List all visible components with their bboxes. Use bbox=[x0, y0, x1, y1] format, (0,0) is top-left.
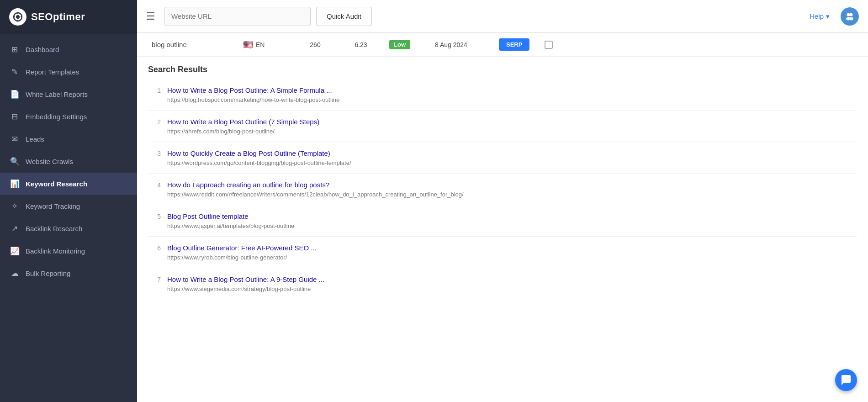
sidebar: SEOptimer ⊞ Dashboard ✎ Report Templates… bbox=[0, 0, 137, 402]
result-number: 2 bbox=[152, 118, 161, 126]
result-title-link[interactable]: How to Write a Blog Post Outline: A 9-St… bbox=[167, 275, 853, 283]
sidebar-item-website-crawls[interactable]: 🔍 Website Crawls bbox=[0, 150, 137, 173]
result-number: 4 bbox=[152, 181, 161, 189]
result-url: https://www.ryrob.com/blog-outline-gener… bbox=[167, 254, 287, 261]
svg-point-7 bbox=[850, 13, 853, 16]
cpc-cell: 6.23 bbox=[338, 41, 384, 48]
result-url: https://www.jasper.ai/templates/blog-pos… bbox=[167, 222, 294, 229]
sidebar-item-backlink-monitoring[interactable]: 📈 Backlink Monitoring bbox=[0, 240, 137, 262]
sidebar-logo[interactable]: SEOptimer bbox=[0, 0, 137, 34]
language-label: EN bbox=[256, 41, 265, 48]
sidebar-item-label: Report Templates bbox=[26, 68, 79, 76]
sidebar-item-label: Keyword Research bbox=[26, 180, 87, 188]
result-url: https://blog.hubspot.com/marketing/how-t… bbox=[167, 96, 339, 103]
result-number: 7 bbox=[152, 275, 161, 283]
search-results-title: Search Results bbox=[148, 65, 857, 74]
sidebar-item-label: Leads bbox=[26, 135, 44, 143]
search-result-item: 7 How to Write a Blog Post Outline: A 9-… bbox=[148, 268, 857, 299]
row-checkbox[interactable] bbox=[545, 41, 553, 49]
help-label: Help bbox=[810, 12, 824, 20]
sidebar-item-label: Keyword Tracking bbox=[26, 202, 80, 210]
quick-audit-button[interactable]: Quick Audit bbox=[316, 7, 372, 26]
serp-button-cell: SERP bbox=[493, 38, 539, 51]
embedding-icon: ⊟ bbox=[10, 112, 19, 122]
result-content: How to Write a Blog Post Outline: A Simp… bbox=[167, 86, 853, 104]
search-result-item: 3 How to Quickly Create a Blog Post Outl… bbox=[148, 142, 857, 174]
chat-bubble-button[interactable] bbox=[835, 369, 857, 391]
result-content: Blog Post Outline template https://www.j… bbox=[167, 212, 853, 230]
result-content: How to Quickly Create a Blog Post Outlin… bbox=[167, 149, 853, 167]
sidebar-item-backlink-research[interactable]: ↗ Backlink Research bbox=[0, 217, 137, 240]
sidebar-item-label: Dashboard bbox=[26, 46, 59, 53]
backlink-research-icon: ↗ bbox=[10, 224, 19, 233]
flag-icon: 🇺🇸 bbox=[243, 40, 253, 50]
svg-point-6 bbox=[847, 13, 850, 16]
keyword-cell: blog outline bbox=[146, 41, 238, 48]
report-templates-icon: ✎ bbox=[10, 67, 19, 77]
result-number: 3 bbox=[152, 149, 161, 157]
result-url: https://www.reddit.com/r/freelanceWriter… bbox=[167, 191, 464, 198]
search-result-item: 5 Blog Post Outline template https://www… bbox=[148, 205, 857, 237]
result-number: 5 bbox=[152, 212, 161, 220]
result-title-link[interactable]: How to Write a Blog Post Outline (7 Simp… bbox=[167, 118, 853, 126]
result-content: How do I approach creating an outline fo… bbox=[167, 181, 853, 198]
hamburger-menu[interactable]: ☰ bbox=[146, 11, 155, 22]
result-title-link[interactable]: Blog Post Outline template bbox=[167, 212, 853, 220]
crawls-icon: 🔍 bbox=[10, 157, 19, 166]
search-result-item: 2 How to Write a Blog Post Outline (7 Si… bbox=[148, 111, 857, 142]
result-title-link[interactable]: Blog Outline Generator: Free AI-Powered … bbox=[167, 244, 853, 252]
difficulty-badge: Low bbox=[389, 40, 410, 49]
result-content: Blog Outline Generator: Free AI-Powered … bbox=[167, 244, 853, 261]
sidebar-item-label: White Label Reports bbox=[26, 90, 88, 98]
main-area: ☰ Quick Audit Help ▾ blog outline 🇺🇸 EN bbox=[137, 0, 868, 402]
leads-icon: ✉ bbox=[10, 134, 19, 144]
result-url: https://www.siegemedia.com/strategy/blog… bbox=[167, 286, 311, 292]
result-content: How to Write a Blog Post Outline: A 9-St… bbox=[167, 275, 853, 293]
sidebar-item-label: Embedding Settings bbox=[26, 113, 87, 121]
keyword-research-icon: 📊 bbox=[10, 179, 19, 189]
svg-point-9 bbox=[849, 17, 853, 20]
logo-icon bbox=[9, 8, 26, 26]
white-label-icon: 📄 bbox=[10, 90, 19, 99]
difficulty-cell: Low bbox=[384, 40, 429, 49]
sidebar-item-keyword-research[interactable]: 📊 Keyword Research bbox=[0, 173, 137, 195]
sidebar-navigation: ⊞ Dashboard ✎ Report Templates 📄 White L… bbox=[0, 34, 137, 402]
search-results-section: Search Results 1 How to Write a Blog Pos… bbox=[137, 57, 868, 303]
result-title-link[interactable]: How to Quickly Create a Blog Post Outlin… bbox=[167, 149, 853, 157]
sidebar-item-keyword-tracking[interactable]: ✧ Keyword Tracking bbox=[0, 195, 137, 217]
keyword-tracking-icon: ✧ bbox=[10, 201, 19, 211]
result-number: 6 bbox=[152, 244, 161, 252]
search-result-item: 6 Blog Outline Generator: Free AI-Powere… bbox=[148, 237, 857, 268]
result-url: https://ahrefs.com/blog/blog-post-outlin… bbox=[167, 128, 275, 135]
sidebar-item-label: Bulk Reporting bbox=[26, 270, 70, 277]
url-input[interactable] bbox=[164, 7, 311, 26]
sidebar-item-label: Website Crawls bbox=[26, 158, 73, 165]
user-avatar[interactable] bbox=[841, 7, 859, 26]
sidebar-item-report-templates[interactable]: ✎ Report Templates bbox=[0, 61, 137, 83]
sidebar-item-embedding-settings[interactable]: ⊟ Embedding Settings bbox=[0, 106, 137, 128]
content-area: blog outline 🇺🇸 EN 260 6.23 Low 8 Aug 20… bbox=[137, 33, 868, 402]
search-result-item: 1 How to Write a Blog Post Outline: A Si… bbox=[148, 79, 857, 111]
search-result-item: 4 How do I approach creating an outline … bbox=[148, 174, 857, 205]
brand-name: SEOptimer bbox=[31, 11, 85, 23]
help-chevron-icon: ▾ bbox=[826, 12, 830, 21]
bulk-reporting-icon: ☁ bbox=[10, 269, 19, 278]
result-title-link[interactable]: How do I approach creating an outline fo… bbox=[167, 181, 853, 189]
results-list: 1 How to Write a Blog Post Outline: A Si… bbox=[148, 79, 857, 299]
sidebar-item-leads[interactable]: ✉ Leads bbox=[0, 128, 137, 150]
volume-cell: 260 bbox=[292, 41, 338, 48]
backlink-monitoring-icon: 📈 bbox=[10, 246, 19, 256]
keyword-data-row: blog outline 🇺🇸 EN 260 6.23 Low 8 Aug 20… bbox=[137, 33, 868, 57]
sidebar-item-dashboard[interactable]: ⊞ Dashboard bbox=[0, 38, 137, 61]
sidebar-item-bulk-reporting[interactable]: ☁ Bulk Reporting bbox=[0, 262, 137, 285]
date-cell: 8 Aug 2024 bbox=[429, 41, 493, 48]
sidebar-item-white-label-reports[interactable]: 📄 White Label Reports bbox=[0, 83, 137, 106]
serp-button[interactable]: SERP bbox=[499, 38, 529, 51]
topbar: ☰ Quick Audit Help ▾ bbox=[137, 0, 868, 33]
dashboard-icon: ⊞ bbox=[10, 45, 19, 54]
result-content: How to Write a Blog Post Outline (7 Simp… bbox=[167, 118, 853, 135]
result-title-link[interactable]: How to Write a Blog Post Outline: A Simp… bbox=[167, 86, 853, 94]
sidebar-item-label: Backlink Monitoring bbox=[26, 247, 85, 255]
result-number: 1 bbox=[152, 86, 161, 94]
help-button[interactable]: Help ▾ bbox=[810, 12, 830, 21]
